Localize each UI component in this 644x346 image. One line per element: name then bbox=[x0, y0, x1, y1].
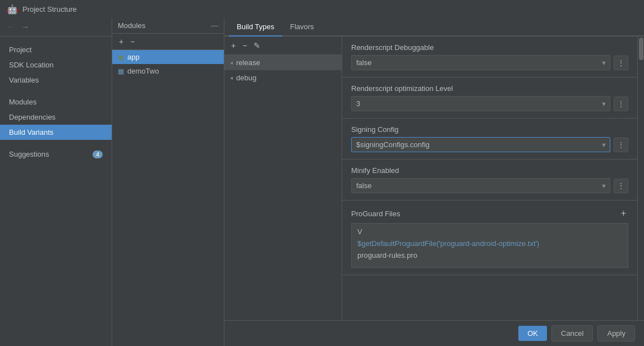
modules-list: ▣ app ▦ demoTwo bbox=[112, 50, 224, 346]
proguard-add-btn[interactable]: + bbox=[619, 207, 628, 220]
minify-enabled-label: Minify Enabled bbox=[351, 166, 628, 175]
proguard-files-section: ProGuard Files + V $getDefaultProguardFi… bbox=[342, 201, 637, 275]
build-types-list-panel: + − ✎ ◂ release ◂ debug bbox=[224, 37, 342, 320]
modules-header-label: Modules bbox=[118, 21, 145, 30]
renderscript-debuggable-select[interactable]: false true bbox=[351, 55, 610, 70]
cancel-button[interactable]: Cancel bbox=[551, 325, 593, 342]
tabs-bar: Build Types Flavors bbox=[224, 18, 644, 37]
modules-header: Modules — bbox=[112, 18, 224, 34]
modules-add-btn[interactable]: + bbox=[117, 36, 126, 47]
renderscript-debuggable-row: false true ▼ ⋮ bbox=[351, 55, 628, 70]
renderscript-optimization-label: Renderscript optimization Level bbox=[351, 84, 628, 93]
sidebar-item-modules[interactable]: Modules bbox=[0, 94, 112, 110]
module-label-demotwo: demoTwo bbox=[127, 67, 159, 75]
sidebar-item-sdk-location[interactable]: SDK Location bbox=[0, 57, 112, 72]
sidebar-item-dependencies[interactable]: Dependencies bbox=[0, 110, 112, 125]
sidebar: ← → Project SDK Location Variables Modul… bbox=[0, 18, 112, 346]
modules-minimize-btn[interactable]: — bbox=[211, 21, 218, 30]
forward-button[interactable]: → bbox=[19, 21, 31, 33]
module-label-app: app bbox=[127, 53, 140, 61]
sidebar-item-variables[interactable]: Variables bbox=[0, 72, 112, 88]
title-text: Project Structure bbox=[22, 5, 77, 13]
minify-enabled-wrapper: false true ▼ bbox=[351, 178, 610, 193]
proguard-item-rules: proguard-rules.pro bbox=[354, 249, 625, 261]
build-type-release-label: release bbox=[236, 58, 260, 67]
proguard-item-default[interactable]: $getDefaultProguardFile('proguard-androi… bbox=[354, 238, 625, 249]
renderscript-optimization-side-btn[interactable]: ⋮ bbox=[614, 97, 628, 111]
minify-enabled-side-btn[interactable]: ⋮ bbox=[614, 179, 628, 193]
signing-config-section: Signing Config ▼ ⋮ bbox=[342, 119, 637, 160]
minify-enabled-section: Minify Enabled false true ▼ ⋮ bbox=[342, 160, 637, 201]
bottom-bar: OK Cancel Apply bbox=[224, 320, 644, 346]
suggestions-badge: 4 bbox=[93, 151, 103, 158]
scroll-thumb[interactable] bbox=[639, 38, 643, 60]
module-icon-app: ▣ bbox=[118, 53, 124, 61]
module-icon-demotwo: ▦ bbox=[118, 67, 124, 75]
build-type-release-arrow: ◂ bbox=[230, 60, 233, 66]
module-item-app[interactable]: ▣ app bbox=[112, 50, 224, 64]
signing-config-side-btn[interactable]: ⋮ bbox=[614, 138, 628, 152]
sidebar-item-project[interactable]: Project bbox=[0, 42, 112, 57]
renderscript-optimization-wrapper: 3 2 1 0 ▼ bbox=[351, 96, 610, 111]
build-type-edit-btn[interactable]: ✎ bbox=[251, 40, 263, 51]
tab-build-types[interactable]: Build Types bbox=[229, 18, 282, 37]
renderscript-debuggable-label: Renderscript Debuggable bbox=[351, 43, 628, 52]
back-button[interactable]: ← bbox=[4, 21, 17, 33]
module-item-demotwo[interactable]: ▦ demoTwo bbox=[112, 64, 224, 78]
signing-config-label: Signing Config bbox=[351, 125, 628, 134]
apply-button[interactable]: Apply bbox=[597, 325, 635, 342]
renderscript-debuggable-side-btn[interactable]: ⋮ bbox=[614, 56, 628, 70]
form-area: Renderscript Debuggable false true ▼ ⋮ bbox=[342, 37, 637, 320]
build-type-debug[interactable]: ◂ debug bbox=[224, 70, 342, 85]
sidebar-nav: Project SDK Location Variables Modules D… bbox=[0, 37, 112, 346]
renderscript-optimization-row: 3 2 1 0 ▼ ⋮ bbox=[351, 96, 628, 111]
ok-button[interactable]: OK bbox=[518, 326, 547, 341]
signing-config-row: ▼ ⋮ bbox=[351, 137, 628, 152]
content-inner: + − ✎ ◂ release ◂ debug bbox=[224, 37, 644, 320]
build-type-debug-label: debug bbox=[236, 74, 256, 82]
build-types-list: ◂ release ◂ debug bbox=[224, 55, 342, 320]
modules-remove-btn[interactable]: − bbox=[128, 36, 137, 47]
renderscript-debuggable-wrapper: false true ▼ bbox=[351, 55, 610, 70]
proguard-files-list: V $getDefaultProguardFile('proguard-andr… bbox=[351, 223, 628, 268]
main-content: ← → Project SDK Location Variables Modul… bbox=[0, 18, 644, 346]
build-type-add-btn[interactable]: + bbox=[229, 40, 238, 51]
proguard-files-label: ProGuard Files bbox=[351, 210, 400, 218]
sidebar-item-suggestions[interactable]: Suggestions 4 bbox=[0, 147, 112, 162]
tab-flavors[interactable]: Flavors bbox=[282, 18, 322, 37]
modules-toolbar: + − bbox=[112, 34, 224, 50]
modules-panel: Modules — + − ▣ app ▦ demoTwo bbox=[112, 18, 224, 346]
android-icon: 🤖 bbox=[7, 4, 18, 15]
proguard-item-v: V bbox=[354, 226, 625, 238]
signing-config-input[interactable] bbox=[351, 137, 610, 152]
build-type-release[interactable]: ◂ release bbox=[224, 55, 342, 70]
sidebar-item-build-variants[interactable]: Build Variants bbox=[0, 125, 112, 140]
renderscript-debuggable-section: Renderscript Debuggable false true ▼ ⋮ bbox=[342, 37, 637, 78]
right-scrollbar[interactable] bbox=[637, 37, 644, 320]
build-types-toolbar: + − ✎ bbox=[224, 37, 342, 55]
minify-enabled-select[interactable]: false true bbox=[351, 178, 610, 193]
minify-enabled-row: false true ▼ ⋮ bbox=[351, 178, 628, 193]
build-type-remove-btn[interactable]: − bbox=[240, 40, 249, 51]
content-panel: Build Types Flavors + − ✎ ◂ release ◂ bbox=[224, 18, 644, 346]
signing-config-wrapper: ▼ bbox=[351, 137, 610, 152]
form-content-wrapper: Renderscript Debuggable false true ▼ ⋮ bbox=[342, 37, 644, 320]
title-bar: 🤖 Project Structure bbox=[0, 0, 644, 18]
build-type-debug-arrow: ◂ bbox=[230, 75, 233, 81]
renderscript-optimization-section: Renderscript optimization Level 3 2 1 0 … bbox=[342, 78, 637, 119]
renderscript-optimization-select[interactable]: 3 2 1 0 bbox=[351, 96, 610, 111]
